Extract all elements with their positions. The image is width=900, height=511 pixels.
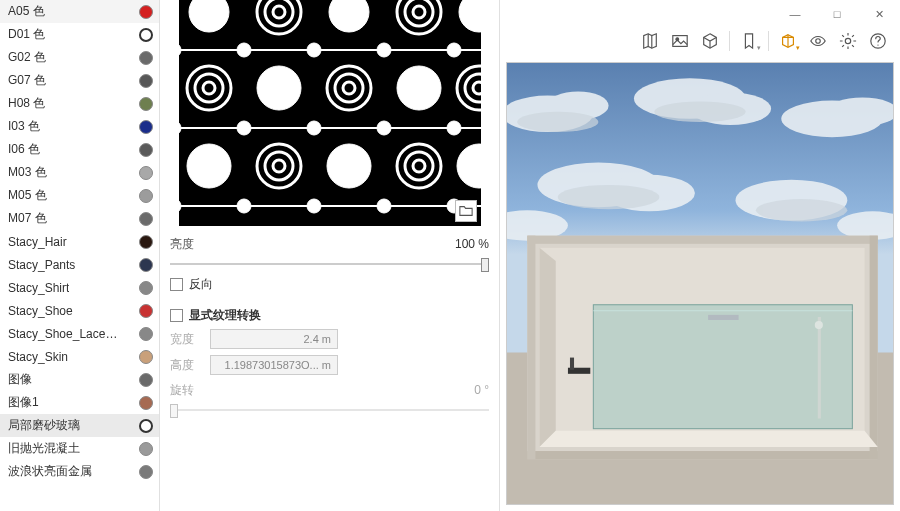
- color-swatch-icon: [139, 166, 153, 180]
- rotation-slider[interactable]: [170, 402, 489, 418]
- window-maximize-button[interactable]: □: [816, 0, 858, 28]
- material-name: 局部磨砂玻璃: [8, 417, 80, 434]
- browse-texture-button[interactable]: [455, 200, 477, 222]
- material-item[interactable]: I06 色: [0, 138, 159, 161]
- material-name: Stacy_Shoe_Laces_S...: [8, 327, 118, 341]
- svg-point-23: [397, 66, 441, 110]
- material-name: G02 色: [8, 49, 46, 66]
- material-item[interactable]: G07 色: [0, 69, 159, 92]
- material-item[interactable]: H08 色: [0, 92, 159, 115]
- material-item[interactable]: Stacy_Shoe: [0, 299, 159, 322]
- width-input[interactable]: [210, 329, 338, 349]
- material-item[interactable]: 波浪状亮面金属: [0, 460, 159, 483]
- object-icon[interactable]: [696, 28, 724, 54]
- svg-marker-79: [540, 431, 878, 447]
- material-item[interactable]: 旧抛光混凝土: [0, 437, 159, 460]
- svg-point-33: [187, 144, 231, 188]
- explicit-transform-label[interactable]: 显式纹理转换: [189, 307, 261, 324]
- viewport-panel: — □ ✕ ▾ ▾: [500, 0, 900, 511]
- brightness-slider[interactable]: [170, 256, 489, 272]
- explicit-transform-checkbox[interactable]: [170, 309, 183, 322]
- material-name: 图像: [8, 371, 32, 388]
- svg-rect-0: [179, 0, 481, 226]
- color-swatch-icon: [139, 442, 153, 456]
- material-name: I03 色: [8, 118, 40, 135]
- material-name: Stacy_Shirt: [8, 281, 69, 295]
- material-item[interactable]: G02 色: [0, 46, 159, 69]
- color-swatch-icon: [139, 396, 153, 410]
- material-item[interactable]: M03 色: [0, 161, 159, 184]
- material-name: 波浪状亮面金属: [8, 463, 92, 480]
- material-name: 旧抛光混凝土: [8, 440, 80, 457]
- color-swatch-icon: [139, 51, 153, 65]
- material-name: A05 色: [8, 3, 45, 20]
- material-name: Stacy_Hair: [8, 235, 67, 249]
- color-swatch-icon: [139, 258, 153, 272]
- material-name: Stacy_Shoe: [8, 304, 73, 318]
- height-label: 高度: [170, 357, 210, 374]
- svg-point-50: [816, 39, 821, 44]
- svg-rect-86: [818, 317, 821, 419]
- material-item[interactable]: Stacy_Pants: [0, 253, 159, 276]
- svg-point-87: [815, 321, 823, 329]
- svg-marker-78: [540, 248, 556, 447]
- material-name: I06 色: [8, 141, 40, 158]
- material-item[interactable]: 图像1: [0, 391, 159, 414]
- material-item[interactable]: A05 色: [0, 0, 159, 23]
- material-item[interactable]: Stacy_Skin: [0, 345, 159, 368]
- material-name: M03 色: [8, 164, 47, 181]
- material-item[interactable]: D01 色: [0, 23, 159, 46]
- material-item[interactable]: Stacy_Shirt: [0, 276, 159, 299]
- rotation-value: 0 °: [439, 383, 489, 397]
- color-swatch-icon: [139, 327, 153, 341]
- material-item[interactable]: M07 色: [0, 207, 159, 230]
- window-minimize-button[interactable]: —: [774, 0, 816, 28]
- color-swatch-icon: [139, 28, 153, 42]
- view-mode-icon[interactable]: ▾: [774, 28, 802, 54]
- viewport-toolbar: ▾ ▾: [636, 28, 892, 54]
- color-swatch-icon: [139, 281, 153, 295]
- color-swatch-icon: [139, 304, 153, 318]
- svg-point-69: [756, 199, 847, 221]
- bookmark-icon[interactable]: ▾: [735, 28, 763, 54]
- map-icon[interactable]: [636, 28, 664, 54]
- color-swatch-icon: [139, 120, 153, 134]
- svg-point-66: [517, 112, 598, 132]
- render-viewport[interactable]: [506, 62, 894, 505]
- svg-point-51: [845, 38, 850, 43]
- material-item[interactable]: Stacy_Hair: [0, 230, 159, 253]
- material-list-panel: A05 色D01 色G02 色G07 色H08 色I03 色I06 色M03 色…: [0, 0, 160, 511]
- texture-preview: [179, 0, 481, 226]
- svg-point-37: [327, 144, 371, 188]
- color-swatch-icon: [139, 97, 153, 111]
- material-item[interactable]: 局部磨砂玻璃: [0, 414, 159, 437]
- window-close-button[interactable]: ✕: [858, 0, 900, 28]
- image-icon[interactable]: [666, 28, 694, 54]
- height-input[interactable]: [210, 355, 338, 375]
- help-icon[interactable]: [864, 28, 892, 54]
- material-item[interactable]: 图像: [0, 368, 159, 391]
- material-item[interactable]: I03 色: [0, 115, 159, 138]
- svg-rect-48: [673, 36, 687, 47]
- material-name: H08 色: [8, 95, 45, 112]
- material-name: M05 色: [8, 187, 47, 204]
- svg-rect-84: [570, 358, 574, 370]
- color-swatch-icon: [139, 212, 153, 226]
- svg-point-67: [654, 102, 745, 122]
- material-name: Stacy_Skin: [8, 350, 68, 364]
- material-name: D01 色: [8, 26, 45, 43]
- color-swatch-icon: [139, 143, 153, 157]
- material-item[interactable]: Stacy_Shoe_Laces_S...: [0, 322, 159, 345]
- reverse-checkbox[interactable]: [170, 278, 183, 291]
- material-properties-panel: 亮度 100 % 反向 显式纹理转换 宽度 高度: [160, 0, 500, 511]
- color-swatch-icon: [139, 373, 153, 387]
- reverse-label[interactable]: 反向: [189, 276, 213, 293]
- material-item[interactable]: M05 色: [0, 184, 159, 207]
- material-name: G07 色: [8, 72, 46, 89]
- settings-icon[interactable]: [834, 28, 862, 54]
- svg-point-53: [877, 44, 878, 45]
- svg-rect-76: [870, 236, 878, 459]
- svg-rect-75: [527, 236, 535, 459]
- eye-icon[interactable]: [804, 28, 832, 54]
- svg-rect-74: [527, 451, 877, 459]
